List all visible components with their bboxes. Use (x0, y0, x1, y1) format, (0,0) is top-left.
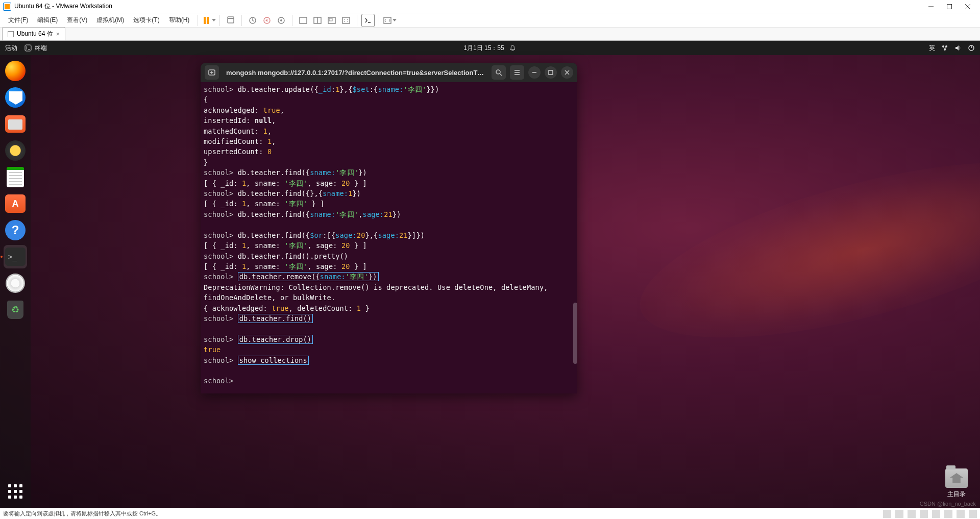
vmware-menubar: 文件(F) 编辑(E) 查看(V) 虚拟机(M) 选项卡(T) 帮助(H) (0, 13, 980, 28)
dock-thunderbird[interactable] (4, 86, 27, 109)
window-minimize-button[interactable] (528, 66, 541, 79)
status-text: 要将输入定向到该虚拟机，请将鼠标指针移入其中或按 Ctrl+G。 (3, 510, 161, 517)
send-ctrl-alt-del-button[interactable] (224, 14, 237, 27)
menu-edit[interactable]: 编辑(E) (33, 14, 62, 27)
dock-firefox[interactable] (4, 59, 27, 83)
device-icons (883, 510, 977, 518)
svg-rect-10 (300, 17, 307, 23)
scrollbar-thumb[interactable] (573, 303, 577, 364)
watermark: CSDN @lion_no_back (920, 501, 976, 507)
terminal-title: mongosh mongodb://127.0.0.1:27017/?direc… (223, 69, 487, 77)
dock-terminal[interactable] (4, 245, 27, 268)
volume-icon[interactable] (954, 44, 962, 52)
window-maximize-button[interactable] (545, 66, 557, 79)
monitor-icon (8, 31, 14, 37)
menu-file[interactable]: 文件(F) (4, 14, 32, 27)
activities-button[interactable]: 活动 (5, 44, 17, 53)
highlight-remove: db.teacher.remove({sname:'李四'}) (238, 272, 379, 281)
snapshot-manager-button[interactable] (275, 14, 288, 27)
new-tab-button[interactable] (205, 65, 219, 80)
device-icon[interactable] (883, 510, 891, 518)
menu-button[interactable] (510, 65, 524, 80)
window-close-button[interactable] (561, 66, 573, 79)
datetime[interactable]: 1月1日 15：55 (463, 44, 504, 53)
device-icon[interactable] (932, 510, 940, 518)
svg-point-26 (496, 70, 500, 74)
svg-rect-4 (228, 18, 234, 23)
device-icon[interactable] (920, 510, 928, 518)
notification-icon[interactable] (509, 44, 517, 52)
pause-button[interactable] (202, 14, 215, 27)
writer-icon (7, 167, 24, 187)
dock-disk[interactable] (4, 271, 27, 295)
dock-software[interactable] (4, 192, 27, 215)
gnome-top-bar: 活动 终端 1月1日 15：55 英 (0, 41, 980, 55)
svg-rect-14 (329, 18, 332, 21)
vmware-logo-icon (3, 3, 11, 11)
disk-icon (6, 274, 25, 293)
ubuntu-dock: ? (0, 55, 31, 508)
dock-rhythmbox[interactable] (4, 139, 27, 162)
snapshot-button[interactable] (246, 14, 259, 27)
menu-vm[interactable]: 虚拟机(M) (92, 14, 128, 27)
view-multi-button[interactable] (311, 14, 324, 27)
trash-icon (7, 301, 23, 319)
thunderbird-icon (5, 87, 26, 108)
close-button[interactable] (959, 0, 977, 13)
dock-writer[interactable] (4, 165, 27, 189)
minimize-button[interactable] (922, 0, 940, 13)
folder-icon (945, 468, 968, 488)
folder-label: 主目录 (942, 490, 971, 499)
view-single-button[interactable] (297, 14, 310, 27)
highlight-find: db.teacher.find() (238, 314, 313, 323)
search-button[interactable] (492, 65, 506, 80)
power-icon[interactable] (968, 44, 975, 52)
close-tab-icon[interactable]: × (56, 31, 60, 38)
terminal-scrollbar[interactable] (573, 82, 577, 393)
vmware-title: Ubuntu 64 位 - VMware Workstation (14, 2, 922, 11)
menu-tabs[interactable]: 选项卡(T) (129, 14, 163, 27)
menu-view[interactable]: 查看(V) (63, 14, 91, 27)
terminal-header[interactable]: mongosh mongodb://127.0.0.1:27017/?direc… (201, 63, 577, 82)
device-icon[interactable] (895, 510, 903, 518)
show-apps-button[interactable] (5, 481, 26, 502)
device-icon[interactable] (957, 510, 965, 518)
separator (292, 15, 292, 26)
dock-help[interactable]: ? (4, 218, 27, 242)
vmware-tabstrip: Ubuntu 64 位 × (0, 28, 980, 41)
svg-rect-1 (947, 4, 952, 9)
svg-line-27 (500, 73, 502, 76)
svg-rect-17 (25, 45, 31, 51)
snapshot-revert-button[interactable] (260, 14, 274, 27)
dock-files[interactable] (4, 112, 27, 136)
separator (241, 15, 242, 26)
console-button[interactable] (361, 14, 375, 27)
dock-trash[interactable] (4, 298, 27, 322)
device-icon[interactable] (969, 510, 977, 518)
terminal-icon (24, 44, 32, 52)
current-app-indicator[interactable]: 终端 (24, 44, 47, 53)
svg-point-9 (280, 19, 282, 21)
network-icon[interactable] (941, 44, 948, 52)
terminal-body[interactable]: school> db.teacher.update({_id:1},{$set:… (201, 82, 577, 393)
stretch-button[interactable] (383, 14, 397, 27)
vm-tab-label: Ubuntu 64 位 (17, 30, 53, 38)
separator (219, 15, 220, 26)
device-icon[interactable] (944, 510, 952, 518)
menu-help[interactable]: 帮助(H) (165, 14, 194, 27)
terminal-window: mongosh mongodb://127.0.0.1:27017/?direc… (201, 63, 577, 393)
separator (198, 15, 198, 26)
desktop-home-folder[interactable]: 主目录 (942, 468, 971, 499)
svg-rect-5 (228, 17, 234, 18)
rhythmbox-icon (5, 140, 26, 161)
vm-tab[interactable]: Ubuntu 64 位 × (2, 27, 65, 40)
terminal-icon (5, 248, 26, 266)
help-icon: ? (5, 220, 26, 240)
view-fullscreen-button[interactable] (339, 14, 353, 27)
view-unity-button[interactable] (325, 14, 338, 27)
device-icon[interactable] (908, 510, 916, 518)
maximize-button[interactable] (940, 0, 959, 13)
software-icon (5, 194, 26, 213)
ime-indicator[interactable]: 英 (929, 44, 935, 53)
vmware-status-bar: 要将输入定向到该虚拟机，请将鼠标指针移入其中或按 Ctrl+G。 (0, 508, 980, 519)
